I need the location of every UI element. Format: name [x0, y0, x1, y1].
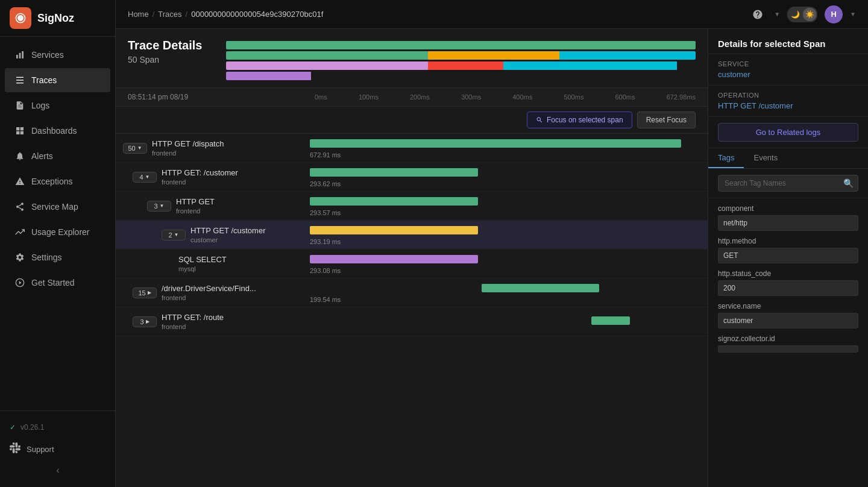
dark-theme-btn[interactable]: 🌙: [788, 8, 802, 21]
go-related-logs-wrapper: Go to Related logs: [708, 117, 868, 148]
span-count-badge-6[interactable]: 15 ▶: [133, 287, 157, 298]
content-area: Trace Details 50 Span: [116, 29, 868, 487]
reset-focus-button[interactable]: Reset Focus: [637, 112, 696, 128]
support-link[interactable]: Support: [0, 436, 115, 462]
trace-title-block: Trace Details 50 Span: [128, 39, 202, 64]
sidebar-item-alerts[interactable]: Alerts: [5, 144, 110, 168]
sidebar-item-alerts-label: Alerts: [31, 151, 53, 161]
span-left-2: 4 ▼ HTTP GET: /customer frontend: [116, 165, 303, 189]
main-content: Home / Traces / 00000000000000054e9c3902…: [116, 0, 868, 487]
span-row[interactable]: 4 ▼ HTTP GET: /customer frontend 293.62 …: [116, 163, 708, 192]
span-name-3: HTTP GET: [176, 197, 295, 206]
focus-selected-span-button[interactable]: Focus on selected span: [527, 112, 632, 128]
minimap-bar-4a: [226, 72, 310, 80]
go-related-logs-button[interactable]: Go to Related logs: [718, 123, 858, 142]
span-row-selected[interactable]: 2 ▼ HTTP GET /customer customer 293.19 m…: [116, 221, 708, 250]
span-bar-container-4: [310, 225, 700, 236]
span-row[interactable]: SQL SELECT mysql 293.08 ms: [116, 250, 708, 278]
search-tag-names-input[interactable]: [718, 175, 858, 192]
support-label: Support: [27, 445, 54, 454]
svg-rect-2: [19, 53, 21, 58]
bell-icon: [14, 151, 25, 162]
span-row[interactable]: 50 ▼ HTTP GET /dispatch frontend 672.91 …: [116, 134, 708, 163]
trace-minimap-container: [226, 41, 696, 80]
span-info-5: SQL SELECT mysql: [178, 255, 295, 272]
svg-rect-10: [20, 131, 24, 134]
span-row[interactable]: 3 ▼ HTTP GET frontend 293.57 ms: [116, 192, 708, 221]
span-info-1: HTTP GET /dispatch frontend: [152, 139, 295, 157]
breadcrumb-sep-2: /: [186, 10, 188, 19]
sidebar-nav: Services Traces Logs Dashboards Alerts: [0, 37, 115, 410]
service-value[interactable]: customer: [718, 70, 858, 79]
breadcrumb-home[interactable]: Home: [128, 10, 149, 19]
span-bar-2: [310, 168, 478, 177]
timeline-timestamp: 08:51:14 pm 08/19: [128, 93, 315, 101]
span-count-badge-1[interactable]: 50 ▼: [123, 143, 147, 154]
chart-bar-icon: [14, 49, 25, 60]
sidebar-item-service-map[interactable]: Service Map: [5, 195, 110, 219]
scale-200ms: 200ms: [410, 93, 430, 101]
sidebar-item-services[interactable]: Services: [5, 43, 110, 67]
tag-name-component: component: [718, 204, 858, 213]
sidebar-item-logs-label: Logs: [31, 101, 49, 110]
span-name-2: HTTP GET: /customer: [162, 168, 295, 177]
span-count-badge-3[interactable]: 3 ▼: [147, 201, 171, 212]
span-bar-container-7: [310, 315, 700, 326]
scale-600ms: 600ms: [615, 93, 635, 101]
span-row[interactable]: 3 ▶ HTTP GET: /route frontend: [116, 307, 708, 336]
trending-up-icon: [14, 227, 25, 237]
sidebar-logo: SigNoz: [0, 0, 115, 37]
sidebar-item-logs[interactable]: Logs: [5, 93, 110, 118]
svg-point-0: [17, 15, 24, 21]
span-service-1: frontend: [152, 149, 295, 157]
logo-text: SigNoz: [37, 12, 74, 25]
span-left-3: 3 ▼ HTTP GET frontend: [116, 193, 303, 218]
collapse-button[interactable]: [0, 462, 115, 480]
trace-header: Trace Details 50 Span: [116, 29, 708, 88]
sidebar-item-dashboards[interactable]: Dashboards: [5, 119, 110, 143]
span-bar-3: [310, 197, 478, 206]
span-info-3: HTTP GET frontend: [176, 197, 295, 215]
user-dropdown-arrow[interactable]: ▼: [850, 11, 856, 17]
breadcrumb-traces[interactable]: Traces: [158, 10, 181, 19]
span-bar-6: [482, 284, 599, 292]
operation-label: Operation: [718, 92, 858, 99]
scale-400ms: 400ms: [512, 93, 532, 101]
minimap-bar-row-3: [226, 61, 696, 70]
span-bar-container-3: [310, 196, 700, 207]
sidebar-item-settings[interactable]: Settings: [5, 245, 110, 269]
tab-events-label: Events: [753, 153, 778, 162]
help-dropdown-arrow[interactable]: ▼: [774, 11, 780, 17]
span-left-5: SQL SELECT mysql: [116, 251, 303, 276]
sidebar-item-exceptions[interactable]: Exceptions: [5, 169, 110, 193]
right-panel: Details for selected Span Service custom…: [708, 29, 868, 487]
span-row[interactable]: 15 ▶ /driver.DriverService/Find... front…: [116, 278, 708, 307]
sidebar-item-traces[interactable]: Traces: [5, 68, 110, 92]
scale-0ms: 0ms: [315, 93, 327, 101]
sidebar-item-usage-explorer[interactable]: Usage Explorer: [5, 220, 110, 244]
operation-value[interactable]: HTTP GET /customer: [718, 101, 858, 110]
tab-tags-label: Tags: [718, 153, 734, 162]
svg-rect-7: [16, 127, 19, 130]
minimap-bar-3f: [503, 61, 522, 70]
user-avatar[interactable]: H: [825, 5, 843, 24]
timeline-scale: 0ms 100ms 200ms 300ms 400ms 500ms 600ms …: [315, 93, 696, 101]
minimap-bar-3d: [465, 61, 484, 70]
light-theme-btn[interactable]: ☀️: [803, 8, 816, 21]
scale-500ms: 500ms: [564, 93, 583, 101]
span-duration-6: 199.54 ms: [310, 296, 700, 303]
spans-list: 50 ▼ HTTP GET /dispatch frontend 672.91 …: [116, 134, 708, 487]
span-count-badge-7[interactable]: 3 ▶: [133, 316, 157, 327]
tab-events[interactable]: Events: [744, 148, 787, 168]
help-button[interactable]: [749, 5, 767, 24]
alert-triangle-icon: [14, 176, 25, 187]
span-count-badge-2[interactable]: 4 ▼: [133, 172, 157, 183]
tab-tags[interactable]: Tags: [708, 148, 744, 168]
span-bar-container-6: [310, 283, 700, 294]
svg-rect-1: [16, 55, 18, 58]
settings-icon: [14, 252, 25, 263]
sidebar-item-get-started[interactable]: Get Started: [5, 271, 110, 295]
span-bar-7: [591, 316, 631, 325]
span-count-badge-4[interactable]: 2 ▼: [162, 230, 186, 240]
theme-toggle: 🌙 ☀️: [787, 7, 817, 22]
